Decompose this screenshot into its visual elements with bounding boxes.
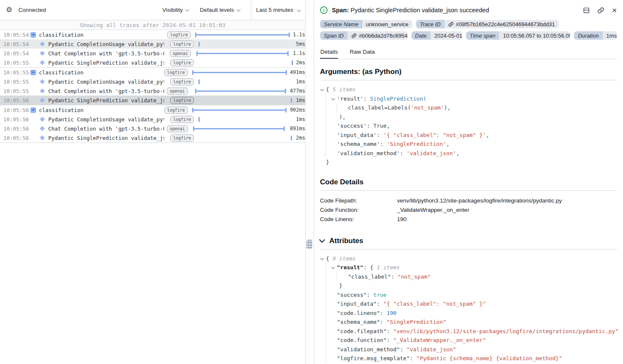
panel-resizer[interactable] [306,0,314,364]
detail-tabs: DetailsRaw Data [320,47,617,59]
trace-group: 10:05:56classificationlogfire902ms10:05:… [0,105,305,143]
tab-raw-data[interactable]: Raw Data [349,47,375,59]
indent-guide [325,336,326,345]
span-meta-badges: Service Nameunknown_serviceTrace ID#08f5… [320,20,617,40]
span-name: Pydantic SinglePrediction validate_json [48,135,164,141]
row-timestamp: 10:05:55 [3,88,29,94]
trace-row[interactable]: 10:05:55Pydantic SinglePrediction valida… [0,58,305,67]
trace-row[interactable]: 10:05:56Chat Completion with 'gpt-3.5-tu… [0,124,305,133]
row-timestamp: 10:05:56 [3,107,29,113]
panel-layout-icon[interactable] [583,7,590,14]
code-detail-label: Code Filepath: [320,196,397,205]
code-line: class_label=Labels('not_spam'), [320,103,617,112]
trace-row[interactable]: 10:05:56classificationlogfire902ms [0,105,305,115]
info-icon: i [320,6,328,14]
indent-guide [325,354,326,363]
indent-guide [325,149,326,158]
span-duration-bar [198,58,293,67]
section-divider [320,190,617,191]
span-title-text: Pydantic SinglePrediction validate_json … [350,7,489,14]
span-duration-bar [192,68,287,77]
span-duration-bar [192,124,287,133]
collapse-chevron-icon[interactable] [320,88,324,91]
span-duration-bar [192,105,287,115]
trace-row[interactable]: 10:05:56Pydantic CompletionUsage validat… [0,115,305,124]
row-timestamp: 10:05:55 [3,69,29,76]
code-line: "class_label": "not_spam" [320,272,617,282]
trace-row[interactable]: 10:05:56Pydantic SinglePrediction valida… [0,96,305,105]
badge-value[interactable]: #08f57b165e22c4e625046944673bdd31 [444,20,559,28]
collapse-chevron-icon[interactable] [331,265,335,269]
drag-handle-icon[interactable] [306,240,312,249]
indent-guide [325,103,326,112]
attributes-section-title: Attributes [329,237,363,245]
code-line: { 9 items [320,254,617,263]
span-scope-tag: openai [170,50,191,57]
badge-value: 2024-05-01 [430,31,462,40]
attributes-section-toggle[interactable]: Attributes [320,237,617,245]
trace-row[interactable]: 10:05:54Chat Completion with 'gpt-3.5-tu… [0,49,305,58]
trace-row[interactable]: 10:05:56Pydantic SinglePrediction valida… [0,133,305,142]
collapse-minus-icon[interactable] [29,107,37,113]
meta-badge-trace-id: Trace ID#08f57b165e22c4e625046944673bdd3… [416,20,559,28]
code-line: } [320,281,617,290]
connection-status-label: Connected [18,7,46,13]
span-duration: 1.1s [293,32,305,38]
span-scope-tag: logfire [170,59,194,66]
status-bar: Showing all traces after 2024-05-01 10:0… [0,20,305,30]
status-text: Showing all traces after 2024-05-01 10:0… [80,22,225,28]
copy-link-icon[interactable] [597,7,604,14]
settings-gear-icon[interactable]: ⚙ [6,6,12,14]
code-detail-row: Code Function:_ValidateWrapper._on_enter [320,205,617,215]
collapse-chevron-icon[interactable] [331,96,335,100]
code-detail-label: Code Lineno: [320,215,397,224]
code-detail-value: _ValidateWrapper._on_enter [397,205,469,215]
trace-row[interactable]: 10:05:54classificationlogfire1.1s [0,30,305,39]
indent-guide [325,272,326,282]
row-timestamp: 10:05:54 [3,32,29,38]
trace-row[interactable]: 10:05:54Pydantic CompletionUsage validat… [0,39,305,49]
span-diamond-icon [38,118,47,121]
collapse-minus-icon[interactable] [29,70,37,75]
visibility-dropdown[interactable]: Visibility [162,7,189,13]
trace-list: 10:05:54classificationlogfire1.1s10:05:5… [0,30,305,364]
default-levels-dropdown[interactable]: Default levels [200,7,240,13]
section-divider [320,80,617,80]
collapse-chevron-icon[interactable] [320,256,324,260]
span-name: Pydantic CompletionUsage validate_python [48,41,164,47]
code-detail-row: Code Lineno:190 [320,215,617,224]
code-line: "input_data": "{ "class_label": "not_spa… [320,299,617,309]
time-range-dropdown[interactable]: Last 5 minutes [251,0,305,20]
span-duration: 891ms [290,126,305,131]
indent-guide [325,131,326,140]
span-duration-bar [195,49,290,58]
span-duration-bar [198,39,293,49]
tab-details[interactable]: Details [320,47,338,59]
span-duration: 2ms [296,135,305,141]
close-icon[interactable]: ✕ [612,7,617,14]
collapse-minus-icon[interactable] [29,32,37,38]
row-timestamp: 10:05:56 [3,126,29,132]
code-line: "success": true [320,290,617,300]
span-name: Chat Completion with 'gpt-3.5-turbo-0613… [48,126,164,132]
badge-value[interactable]: #b0b6da2d76c69540 [347,31,408,40]
row-timestamp: 10:05:54 [3,50,29,57]
code-line: "code.filepath": "venv/lib/python3.12/si… [320,327,617,336]
header-actions: ✕ [583,7,617,14]
span-name: Pydantic CompletionUsage validate_python [48,79,164,85]
span-scope-tag: logfire [170,116,194,123]
badge-label: Time span [466,31,499,40]
trace-row[interactable]: 10:05:55Chat Completion with 'gpt-3.5-tu… [0,86,305,96]
indent-guide [325,112,326,122]
trace-row[interactable]: 10:05:55Pydantic CompletionUsage validat… [0,77,305,86]
span-scope-tag: logfire [170,78,194,85]
row-timestamp: 10:05:56 [3,116,29,123]
span-duration-bar [195,30,290,39]
code-details-rows: Code Filepath:venv/lib/python3.12/site-p… [320,196,617,224]
trace-row[interactable]: 10:05:55classificationlogfire491ms [0,68,305,77]
span-duration: 491ms [290,69,305,75]
chevron-down-icon [297,8,301,12]
code-line: { 5 items [320,85,617,94]
code-line: } [320,158,617,167]
span-duration: 1ms [296,116,305,122]
